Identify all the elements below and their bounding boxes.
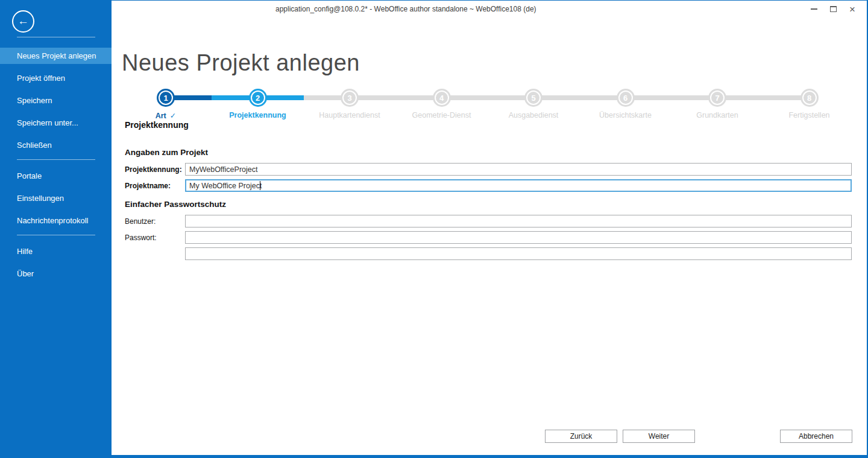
projektname-input[interactable] xyxy=(185,179,852,192)
wizard-step-uebersichtskarte: 6 Übersichtskarte xyxy=(580,89,671,119)
step-circle-1[interactable]: 1 xyxy=(157,89,175,107)
sidebar-divider xyxy=(17,235,95,235)
step-circle-4[interactable]: 4 xyxy=(433,89,451,107)
sidebar-item-einstellungen[interactable]: Einstellungen xyxy=(0,190,112,206)
step-label: Geometrie-Dienst xyxy=(397,111,487,119)
wizard-step-ausgabedienst: 5 Ausgabedienst xyxy=(488,89,579,119)
wizard-step-grundkarten: 7 Grundkarten xyxy=(672,89,763,119)
step-circle-7[interactable]: 7 xyxy=(708,89,726,107)
group-title-angaben: Angaben zum Projekt xyxy=(125,148,852,159)
sidebar-item-ueber[interactable]: Über xyxy=(0,266,112,282)
form-row-projektkennung: Projektkennung: xyxy=(125,163,852,176)
minimize-icon xyxy=(811,8,817,10)
window-bottom-frame xyxy=(112,455,867,458)
main-content: Neues Projekt anlegen 1 Art✓ 2 Projektke… xyxy=(112,17,867,455)
step-circle-8[interactable]: 8 xyxy=(800,89,819,107)
step-number: 1 xyxy=(163,94,168,103)
step-label: Übersichtskarte xyxy=(580,111,671,119)
close-button[interactable]: × xyxy=(843,1,862,17)
form-row-passwort: Passwort: xyxy=(125,231,852,244)
left-arrow-icon: ← xyxy=(17,15,29,27)
sidebar: ← Neues Projekt anlegen Projekt öffnen S… xyxy=(0,1,112,458)
step-number: 3 xyxy=(347,94,351,103)
maximize-icon xyxy=(830,6,837,12)
passwort-label: Passwort: xyxy=(125,234,185,242)
check-icon: ✓ xyxy=(170,112,176,120)
wizard-progress: 1 Art✓ 2 Projektkennung 3 Hauptkartendie… xyxy=(122,89,859,127)
benutzer-label: Benutzer: xyxy=(125,217,185,226)
application-window: ← Neues Projekt anlegen Projekt öffnen S… xyxy=(0,0,868,458)
wizard-step-geometrie-dienst: 4 Geometrie-Dienst xyxy=(397,89,487,119)
sidebar-item-speichern-unter[interactable]: Speichern unter... xyxy=(0,115,112,131)
next-step-button[interactable]: Weiter xyxy=(623,430,695,443)
step-number: 2 xyxy=(256,94,260,103)
step-label: Projektkennung xyxy=(213,111,303,119)
step-label: Grundkarten xyxy=(672,111,763,119)
benutzer-input[interactable] xyxy=(185,215,852,227)
back-button[interactable]: ← xyxy=(12,10,34,33)
form-section-title: Projektkennung xyxy=(125,120,189,130)
close-icon: × xyxy=(849,4,855,14)
project-form: Angaben zum Projekt Projektkennung: Proj… xyxy=(125,148,852,264)
sidebar-item-portale[interactable]: Portale xyxy=(0,168,112,184)
sidebar-item-schliessen[interactable]: Schließen xyxy=(0,137,112,153)
page-title: Neues Projekt anlegen xyxy=(122,50,360,76)
minimize-button[interactable] xyxy=(804,1,823,17)
wizard-step-hauptkartendienst: 3 Hauptkartendienst xyxy=(304,89,395,119)
wizard-step-projektkennung: 2 Projektkennung xyxy=(213,89,303,119)
step-label: Fertigstellen xyxy=(764,111,855,119)
step-number: 8 xyxy=(807,94,811,103)
step-number: 6 xyxy=(623,94,627,103)
step-circle-5[interactable]: 5 xyxy=(524,89,542,107)
sidebar-divider xyxy=(17,159,95,160)
step-label: Art✓ xyxy=(121,111,211,120)
cancel-button[interactable]: Abbrechen xyxy=(780,430,852,443)
projektname-label: Projektname: xyxy=(125,182,185,190)
window-title: application_config@108.0.2* - WebOffice … xyxy=(275,5,536,13)
form-row-benutzer: Benutzer: xyxy=(125,215,852,227)
step-label-text: Art xyxy=(156,112,166,120)
passwort-repeat-input[interactable] xyxy=(185,247,852,260)
form-row-projektname: Projektname: xyxy=(125,179,852,192)
step-circle-2[interactable]: 2 xyxy=(249,89,267,107)
sidebar-item-neues-projekt-anlegen[interactable]: Neues Projekt anlegen xyxy=(0,48,112,64)
step-number: 7 xyxy=(715,94,719,103)
maximize-button[interactable] xyxy=(823,1,843,17)
wizard-footer: Zurück Weiter Abbrechen xyxy=(112,430,852,443)
wizard-step-fertigstellen: 8 Fertigstellen xyxy=(764,89,855,119)
sidebar-divider xyxy=(17,37,95,37)
step-label: Ausgabedienst xyxy=(488,111,579,119)
window-controls: × xyxy=(804,1,862,17)
text-caret xyxy=(260,181,260,190)
sidebar-item-speichern[interactable]: Speichern xyxy=(0,92,112,109)
back-step-button[interactable]: Zurück xyxy=(545,430,617,443)
step-number: 4 xyxy=(439,94,444,103)
step-label: Hauptkartendienst xyxy=(304,111,395,119)
sidebar-menu: Neues Projekt anlegen Projekt öffnen Spe… xyxy=(0,48,112,288)
group-title-passwortschutz: Einfacher Passwortschutz xyxy=(125,200,852,211)
passwort-input[interactable] xyxy=(185,231,852,244)
sidebar-item-projekt-oeffnen[interactable]: Projekt öffnen xyxy=(0,70,112,86)
titlebar: application_config@108.0.2* - WebOffice … xyxy=(112,1,867,17)
step-circle-6[interactable]: 6 xyxy=(617,89,635,107)
sidebar-item-hilfe[interactable]: Hilfe xyxy=(0,243,112,259)
wizard-step-art: 1 Art✓ xyxy=(121,89,211,120)
form-row-passwort-wiederholen xyxy=(125,247,852,260)
step-circle-3[interactable]: 3 xyxy=(341,89,359,107)
projektkennung-input[interactable] xyxy=(185,163,852,176)
sidebar-item-nachrichtenprotokoll[interactable]: Nachrichtenprotokoll xyxy=(0,212,112,229)
step-number: 5 xyxy=(531,94,535,103)
projektkennung-label: Projektkennung: xyxy=(125,165,185,174)
